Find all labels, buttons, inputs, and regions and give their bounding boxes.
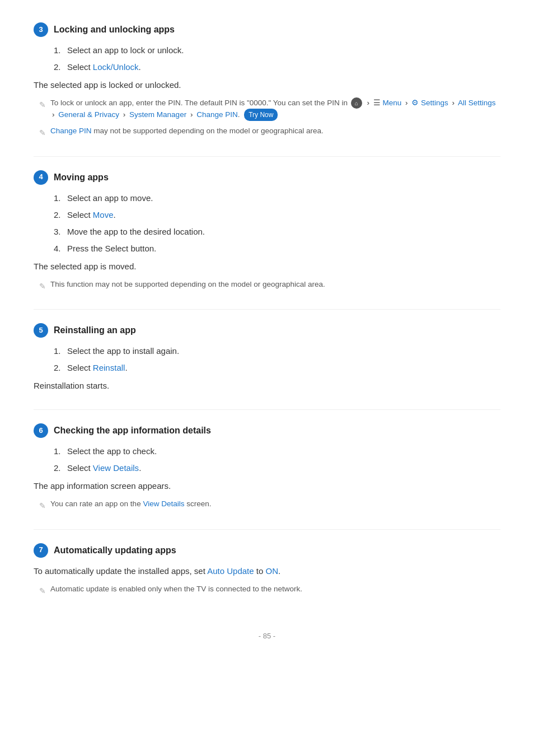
section-5: 5 Reinstalling an app 1. Select the app … — [34, 323, 500, 393]
reinstall-link[interactable]: Reinstall — [93, 363, 125, 372]
note-block-view-details: ✎ You can rate an app on the View Detail… — [39, 498, 500, 512]
result-text: To automatically update the installed ap… — [34, 564, 500, 578]
menu-icon: ☰ — [373, 99, 381, 107]
step-num: 2. — [54, 208, 67, 222]
section-4-title: Moving apps — [54, 170, 109, 185]
section-3-title: Locking and unlocking apps — [54, 22, 175, 37]
step-num: 2. — [54, 461, 67, 475]
pencil-icon: ✎ — [39, 280, 46, 292]
section-4-badge: 4 — [34, 170, 48, 185]
step-text: Select Move. — [67, 208, 116, 222]
section-5-steps: 1. Select the app to install again. 2. S… — [54, 344, 500, 375]
step-num: 2. — [54, 60, 67, 74]
section-4-header: 4 Moving apps — [34, 170, 500, 185]
step-text: Select Reinstall. — [67, 361, 128, 375]
list-item: 1. Select an app to move. — [54, 192, 500, 205]
lock-unlock-link[interactable]: Lock/Unlock — [93, 62, 139, 72]
section-6-title: Checking the app information details — [54, 423, 211, 438]
section-6-header: 6 Checking the app information details — [34, 423, 500, 438]
result-text: The selected app is locked or unlocked. — [34, 78, 500, 92]
note-block-change-pin: ✎ Change PIN may not be supported depend… — [39, 125, 500, 139]
step-num: 1. — [54, 445, 67, 458]
change-pin-link2[interactable]: Change PIN — [50, 127, 92, 135]
step-text: Select View Details. — [67, 461, 141, 475]
step-text: Select the app to install again. — [67, 344, 179, 358]
step-text: Press the Select button. — [67, 242, 156, 255]
section-5-header: 5 Reinstalling an app — [34, 323, 500, 338]
result-text: The selected app is moved. — [34, 260, 500, 273]
section-7-badge: 7 — [34, 543, 48, 558]
note-text-view-details: You can rate an app on the View Details … — [50, 498, 211, 510]
try-now-button[interactable]: Try Now — [244, 109, 278, 121]
note-block-auto-update: ✎ Automatic update is enabled only when … — [39, 584, 500, 597]
list-item: 3. Move the app to the desired location. — [54, 225, 500, 239]
note-block-move: ✎ This function may not be supported dep… — [39, 279, 500, 292]
section-7: 7 Automatically updating apps To automat… — [34, 543, 500, 597]
all-settings-link[interactable]: All Settings — [458, 99, 496, 107]
note-text-move: This function may not be supported depen… — [50, 279, 325, 290]
section-5-badge: 5 — [34, 323, 48, 338]
step-num: 3. — [54, 225, 67, 239]
divider-4-5 — [34, 309, 500, 310]
change-pin-link[interactable]: Change PIN — [196, 110, 238, 119]
note-text-change-pin: Change PIN may not be supported dependin… — [50, 125, 324, 137]
result-text: Reinstallation starts. — [34, 379, 500, 393]
section-3: 3 Locking and unlocking apps 1. Select a… — [34, 22, 500, 139]
section-6-steps: 1. Select the app to check. 2. Select Vi… — [54, 445, 500, 475]
section-5-title: Reinstalling an app — [54, 323, 136, 338]
list-item: 1. Select an app to lock or unlock. — [54, 44, 500, 57]
settings-link[interactable]: ⚙ Settings — [411, 99, 448, 107]
pencil-icon: ✎ — [39, 99, 46, 111]
note-text-pin: To lock or unlock an app, enter the PIN.… — [50, 97, 500, 121]
section-4-steps: 1. Select an app to move. 2. Select Move… — [54, 192, 500, 255]
section-3-badge: 3 — [34, 22, 48, 37]
home-icon: ⌂ — [351, 97, 362, 109]
result-text: The app information screen appears. — [34, 479, 500, 493]
list-item: 1. Select the app to check. — [54, 445, 500, 458]
step-num: 2. — [54, 361, 67, 375]
step-text: Select an app to move. — [67, 192, 153, 205]
divider-5-6 — [34, 409, 500, 410]
note-text-auto-update: Automatic update is enabled only when th… — [50, 584, 302, 595]
section-6: 6 Checking the app information details 1… — [34, 423, 500, 512]
on-link[interactable]: ON — [265, 566, 278, 576]
step-num: 1. — [54, 344, 67, 358]
section-3-steps: 1. Select an app to lock or unlock. 2. S… — [54, 44, 500, 74]
list-item: 2. Select View Details. — [54, 461, 500, 475]
section-3-header: 3 Locking and unlocking apps — [34, 22, 500, 37]
list-item: 2. Select Reinstall. — [54, 361, 500, 375]
move-link[interactable]: Move — [93, 210, 114, 220]
divider-3-4 — [34, 156, 500, 157]
page-footer: - 85 - — [34, 631, 500, 642]
menu-link[interactable]: Menu — [382, 99, 401, 107]
section-4: 4 Moving apps 1. Select an app to move. … — [34, 170, 500, 292]
section-7-header: 7 Automatically updating apps — [34, 543, 500, 558]
note-block-pin: ✎ To lock or unlock an app, enter the PI… — [39, 97, 500, 121]
view-details-link[interactable]: View Details — [93, 463, 139, 473]
step-text: Select the app to check. — [67, 445, 157, 458]
system-manager-link[interactable]: System Manager — [129, 110, 186, 119]
divider-6-7 — [34, 529, 500, 530]
step-text: Select Lock/Unlock. — [67, 60, 141, 74]
page-number: - 85 - — [259, 632, 275, 640]
view-details-link2[interactable]: View Details — [143, 500, 184, 508]
list-item: 4. Press the Select button. — [54, 242, 500, 255]
pencil-icon: ✎ — [39, 127, 46, 139]
step-num: 1. — [54, 44, 67, 57]
pencil-icon: ✎ — [39, 500, 46, 512]
section-7-title: Automatically updating apps — [54, 543, 176, 558]
step-num: 1. — [54, 192, 67, 205]
step-num: 4. — [54, 242, 67, 255]
list-item: 2. Select Lock/Unlock. — [54, 60, 500, 74]
pencil-icon: ✎ — [39, 585, 46, 597]
section-6-badge: 6 — [34, 423, 48, 438]
step-text: Move the app to the desired location. — [67, 225, 205, 239]
general-privacy-link[interactable]: General & Privacy — [58, 110, 119, 119]
list-item: 1. Select the app to install again. — [54, 344, 500, 358]
list-item: 2. Select Move. — [54, 208, 500, 222]
auto-update-link[interactable]: Auto Update — [207, 566, 254, 576]
step-text: Select an app to lock or unlock. — [67, 44, 184, 57]
